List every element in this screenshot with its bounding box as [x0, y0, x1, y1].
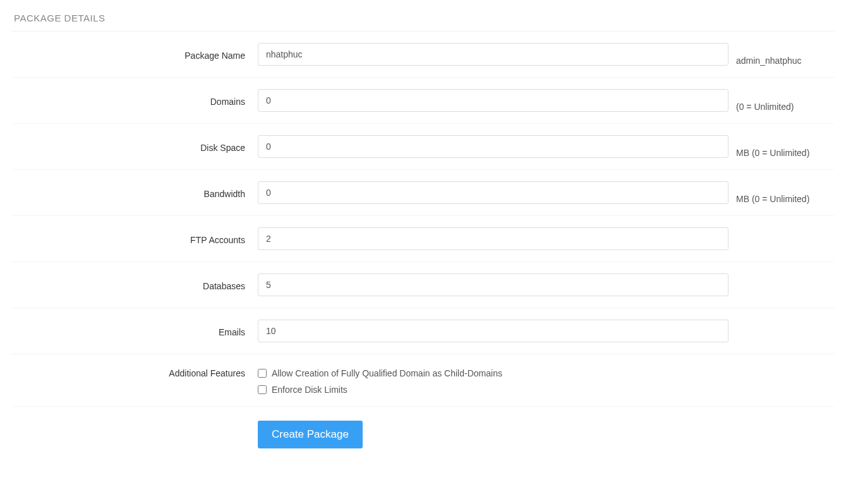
checkbox-line-disk[interactable]: Enforce Disk Limits — [258, 385, 728, 395]
hint-package-name: admin_nhatphuc — [736, 56, 835, 66]
row-ftp-accounts: FTP Accounts — [11, 216, 835, 262]
checkbox-disk[interactable] — [258, 385, 267, 394]
checkbox-label-disk: Enforce Disk Limits — [272, 385, 347, 395]
hint-bandwidth: MB (0 = Unlimited) — [736, 194, 835, 204]
row-additional-features: Additional Features Allow Creation of Fu… — [11, 354, 835, 407]
row-databases: Databases — [11, 262, 835, 308]
row-disk-space: Disk Space MB (0 = Unlimited) — [11, 124, 835, 170]
label-domains: Domains — [11, 92, 258, 112]
input-disk-space[interactable] — [258, 135, 728, 158]
input-package-name[interactable] — [258, 43, 728, 66]
checkbox-fqdn[interactable] — [258, 369, 267, 378]
label-emails: Emails — [11, 322, 258, 342]
hint-domains: (0 = Unlimited) — [736, 102, 835, 112]
create-package-button[interactable]: Create Package — [258, 421, 363, 448]
input-databases[interactable] — [258, 273, 728, 296]
row-bandwidth: Bandwidth MB (0 = Unlimited) — [11, 170, 835, 216]
label-additional-features: Additional Features — [11, 368, 258, 383]
checkbox-line-fqdn[interactable]: Allow Creation of Fully Qualified Domain… — [258, 368, 728, 378]
label-bandwidth: Bandwidth — [11, 184, 258, 204]
label-ftp-accounts: FTP Accounts — [11, 230, 258, 250]
row-domains: Domains (0 = Unlimited) — [11, 78, 835, 124]
hint-disk-space: MB (0 = Unlimited) — [736, 148, 835, 158]
label-package-name: Package Name — [11, 45, 258, 66]
input-ftp-accounts[interactable] — [258, 227, 728, 250]
checkbox-label-fqdn: Allow Creation of Fully Qualified Domain… — [272, 368, 502, 378]
section-title: PACKAGE DETAILS — [11, 13, 835, 23]
row-package-name: Package Name admin_nhatphuc — [11, 32, 835, 78]
input-domains[interactable] — [258, 89, 728, 112]
row-emails: Emails — [11, 308, 835, 354]
label-databases: Databases — [11, 276, 258, 296]
input-bandwidth[interactable] — [258, 181, 728, 204]
button-row: Create Package — [11, 407, 835, 448]
label-disk-space: Disk Space — [11, 138, 258, 158]
input-emails[interactable] — [258, 320, 728, 342]
